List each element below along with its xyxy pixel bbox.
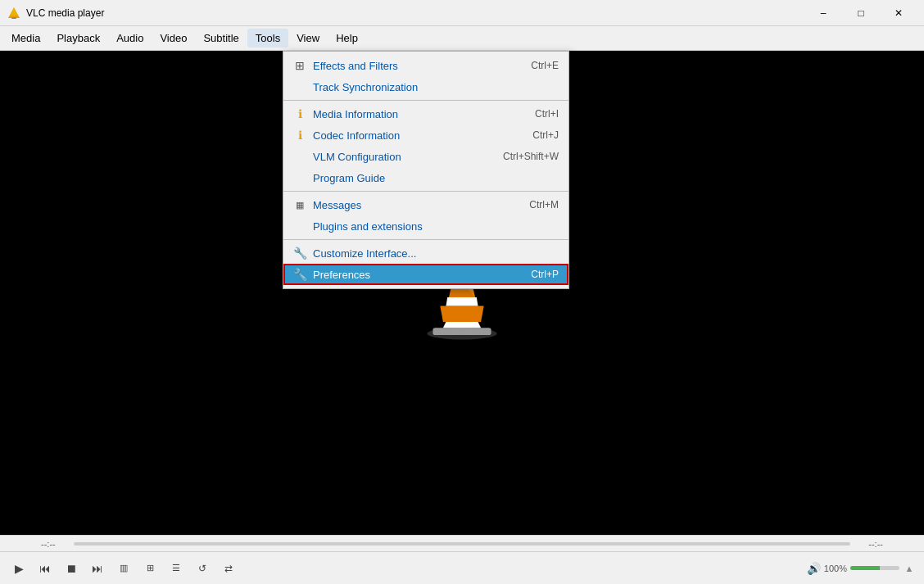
menu-bar: Media Playback Audio Video Subtitle Tool… [0,26,924,51]
menu-plugins[interactable]: Plugins and extensions [283,215,568,237]
menu-audio[interactable]: Audio [108,29,152,48]
menu-preferences[interactable]: 🔧 Preferences Ctrl+P [283,264,568,285]
maximize-button[interactable]: □ [842,0,880,26]
menu-vlm-config[interactable]: VLM Configuration Ctrl+Shift+W [283,146,568,167]
controls-bar: ▶ ⏮ ⏹ ⏭ ▥ ⊞ ☰ ↺ ⇄ 🔊 100% ▲ [0,551,924,584]
svg-marker-7 [446,297,478,306]
repeat-button[interactable]: ↺ [190,557,215,580]
extended-button[interactable]: ⊞ [138,557,162,580]
separator-1 [283,100,568,101]
next-button[interactable]: ⏭ [85,557,110,580]
playlist-button[interactable]: ☰ [164,557,188,580]
volume-icon: 🔊 [807,562,821,575]
svg-marker-5 [443,322,481,328]
wrench-icon-2: 🔧 [292,268,308,281]
separator-3 [283,239,568,240]
menu-media-info[interactable]: ℹ Media Information Ctrl+I [283,103,568,124]
wrench-icon-1: 🔧 [292,247,308,260]
menu-program-guide[interactable]: Program Guide [283,167,568,188]
menu-messages[interactable]: ▦ Messages Ctrl+M [283,194,568,215]
title-bar: VLC media player – □ ✕ [0,0,924,26]
menu-subtitle[interactable]: Subtitle [195,29,247,48]
svg-rect-2 [11,17,16,19]
seek-time-right: --:-- [850,539,883,549]
close-button[interactable]: ✕ [880,0,917,26]
menu-playback[interactable]: Playback [48,29,108,48]
menu-tools[interactable]: Tools [247,29,288,48]
menu-customize[interactable]: 🔧 Customize Interface... [283,242,568,264]
messages-icon: ▦ [292,200,308,211]
menu-track-sync[interactable]: Track Synchronization [283,76,568,97]
menu-media[interactable]: Media [3,29,48,48]
sliders-icon: ⊞ [292,59,308,72]
separator-2 [283,191,568,192]
video-area: ⊞ Effects and Filters Ctrl+E Track Synch… [0,51,924,535]
svg-marker-1 [10,7,18,16]
menu-codec-info[interactable]: ℹ Codec Information Ctrl+J [283,124,568,146]
prev-button[interactable]: ⏮ [33,557,57,580]
window-controls: – □ ✕ [804,0,917,26]
menu-video[interactable]: Video [152,29,195,48]
frame-button[interactable]: ▥ [111,557,136,580]
seek-bar-area: --:-- --:-- [0,535,924,551]
minimize-button[interactable]: – [804,0,842,26]
play-button[interactable]: ▶ [7,557,31,580]
svg-marker-6 [440,306,483,322]
shuffle-button[interactable]: ⇄ [216,557,241,580]
menu-view[interactable]: View [288,29,328,48]
seek-track[interactable] [74,542,850,546]
info-icon-2: ℹ [292,129,308,142]
volume-percent: 100% [824,564,847,573]
svg-rect-4 [433,328,491,335]
volume-bar[interactable] [850,566,899,570]
tools-dropdown: ⊞ Effects and Filters Ctrl+E Track Synch… [283,51,569,289]
app-icon [7,6,21,20]
volume-area: 🔊 100% [807,562,899,575]
stop-button[interactable]: ⏹ [59,557,84,580]
seek-time-left: --:-- [41,539,74,549]
info-icon-1: ℹ [292,107,308,120]
menu-effects-filters[interactable]: ⊞ Effects and Filters Ctrl+E [283,55,568,76]
menu-help[interactable]: Help [328,29,366,48]
window-title: VLC media player [26,7,804,19]
extra-icon[interactable]: ▲ [901,557,917,580]
